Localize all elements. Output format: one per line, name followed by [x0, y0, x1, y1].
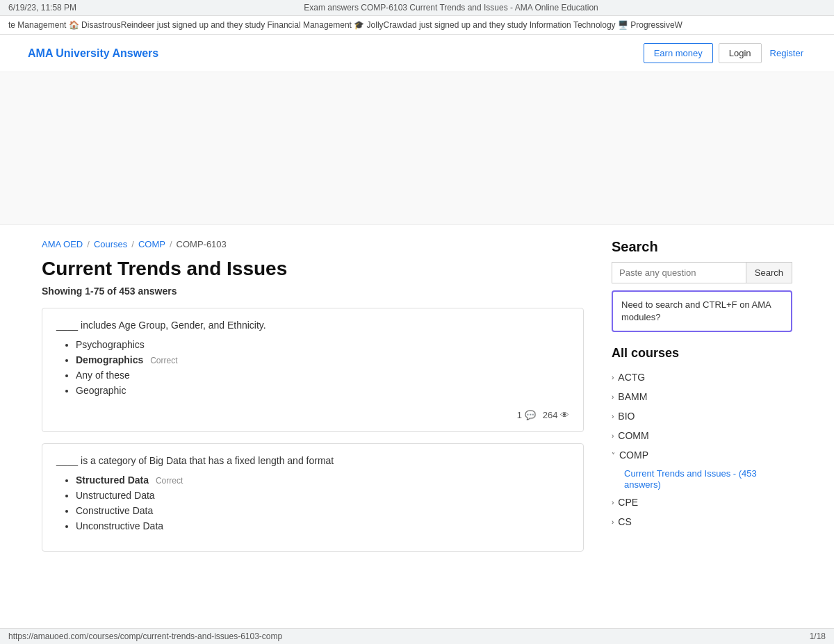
course-item-cs[interactable]: › CS [612, 512, 792, 531]
correct-label: Correct [156, 476, 183, 486]
all-courses-title: All courses [612, 346, 792, 361]
notification-bar: te Management 🏠 DisastrousReindeer just … [0, 16, 834, 35]
breadcrumb-link-ama[interactable]: AMA OED [42, 239, 83, 249]
search-input[interactable] [612, 262, 746, 283]
earn-money-button[interactable]: Earn money [644, 43, 713, 63]
chevron-right-icon: › [612, 393, 614, 401]
answer-item-correct: Demographics Correct [76, 354, 569, 365]
course-subitem-link[interactable]: Current Trends and Issues - (453 answers… [624, 468, 757, 490]
breadcrumb: AMA OED / Courses / COMP / COMP-6103 [42, 239, 584, 249]
showing-text: Showing 1-75 of 453 answers [42, 286, 584, 297]
breadcrumb-sep-2: / [131, 239, 134, 249]
course-label: CS [618, 516, 631, 527]
register-button[interactable]: Register [767, 44, 806, 63]
view-count: 264 👁 [543, 410, 569, 420]
answer-item: Geographic [76, 385, 569, 396]
content-area: AMA OED / Courses / COMP / COMP-6103 Cur… [42, 239, 584, 563]
notification-text: te Management 🏠 DisastrousReindeer just … [8, 20, 682, 30]
browser-title: Exam answers COMP-6103 Current Trends an… [76, 3, 826, 13]
chevron-right-icon: › [612, 432, 614, 440]
search-title: Search [612, 239, 792, 255]
course-label: COMP [619, 449, 648, 461]
answer-item: Constructive Data [76, 505, 569, 516]
course-item-bamm[interactable]: › BAMM [612, 387, 792, 406]
course-item-bio[interactable]: › BIO [612, 406, 792, 426]
header-actions: Earn money Login Register [644, 43, 806, 63]
course-list: › ACTG › BAMM › BIO › COMM ˅ COMP Curre [612, 368, 792, 531]
site-header: AMA University Answers Earn money Login … [0, 35, 834, 72]
answer-item: Any of these [76, 370, 569, 381]
search-button[interactable]: Search [746, 262, 792, 283]
course-sublist-comp: Current Trends and Issues - (453 answers… [612, 465, 792, 493]
site-logo[interactable]: AMA University Answers [28, 47, 158, 60]
course-label: CPE [618, 497, 638, 508]
ad-banner [0, 72, 834, 225]
page-title: Current Trends and Issues [42, 258, 584, 280]
sidebar: Search Search Need to search and CTRL+F … [612, 239, 792, 563]
course-item-cpe[interactable]: › CPE [612, 493, 792, 512]
answer-item: Unconstructive Data [76, 520, 569, 531]
chevron-right-icon: › [612, 499, 614, 506]
browser-timestamp: 6/19/23, 11:58 PM [8, 3, 76, 13]
question-text-2: ____ is a category of Big Data that has … [56, 455, 569, 466]
chevron-down-icon: ˅ [612, 452, 615, 459]
comment-count: 1 💬 [517, 410, 536, 420]
answer-item: Unstructured Data [76, 490, 569, 501]
breadcrumb-current: COMP-6103 [177, 239, 227, 249]
course-item-comm[interactable]: › COMM [612, 426, 792, 445]
main-container: AMA OED / Courses / COMP / COMP-6103 Cur… [14, 225, 820, 577]
login-button[interactable]: Login [719, 43, 762, 63]
search-row: Search [612, 262, 792, 283]
course-item-comp[interactable]: ˅ COMP [612, 445, 792, 465]
breadcrumb-sep-3: / [170, 239, 172, 249]
answer-list-1: Psychographics Demographics Correct Any … [56, 339, 569, 396]
correct-label: Correct [150, 356, 177, 365]
course-label: COMM [618, 430, 648, 441]
chevron-right-icon: › [612, 518, 614, 526]
chevron-right-icon: › [612, 374, 614, 381]
breadcrumb-link-courses[interactable]: Courses [94, 239, 127, 249]
chevron-right-icon: › [612, 413, 614, 420]
course-label: ACTG [618, 372, 645, 383]
answer-list-2: Structured Data Correct Unstructured Dat… [56, 474, 569, 531]
answer-card-1: ____ includes Age Group, Gender, and Eth… [42, 308, 584, 432]
breadcrumb-link-comp[interactable]: COMP [138, 239, 165, 249]
course-label: BIO [618, 411, 635, 422]
course-subitem: Current Trends and Issues - (453 answers… [624, 465, 792, 493]
course-item-actg[interactable]: › ACTG [612, 368, 792, 387]
answer-item: Psychographics [76, 339, 569, 350]
search-hint: Need to search and CTRL+F on AMA modules… [612, 290, 792, 332]
browser-bar: 6/19/23, 11:58 PM Exam answers COMP-6103… [0, 0, 834, 16]
question-text-1: ____ includes Age Group, Gender, and Eth… [56, 320, 569, 331]
answer-item-correct: Structured Data Correct [76, 474, 569, 486]
answer-card-2: ____ is a category of Big Data that has … [42, 443, 584, 552]
card-footer-1: 1 💬 264 👁 [56, 404, 569, 420]
breadcrumb-sep-1: / [87, 239, 90, 249]
course-label: BAMM [618, 391, 647, 402]
